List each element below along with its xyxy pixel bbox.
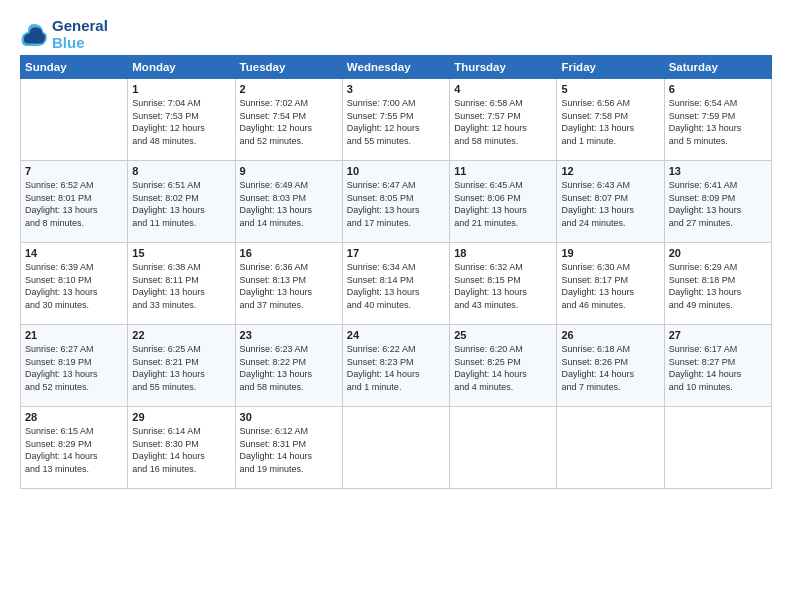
day-number: 21: [25, 329, 123, 341]
day-info: Sunrise: 6:25 AM Sunset: 8:21 PM Dayligh…: [132, 343, 230, 393]
calendar-cell: 4Sunrise: 6:58 AM Sunset: 7:57 PM Daylig…: [450, 79, 557, 161]
calendar-cell: 22Sunrise: 6:25 AM Sunset: 8:21 PM Dayli…: [128, 325, 235, 407]
calendar-cell: 14Sunrise: 6:39 AM Sunset: 8:10 PM Dayli…: [21, 243, 128, 325]
calendar-cell: 21Sunrise: 6:27 AM Sunset: 8:19 PM Dayli…: [21, 325, 128, 407]
calendar-cell: 3Sunrise: 7:00 AM Sunset: 7:55 PM Daylig…: [342, 79, 449, 161]
calendar-cell: 18Sunrise: 6:32 AM Sunset: 8:15 PM Dayli…: [450, 243, 557, 325]
day-number: 6: [669, 83, 767, 95]
day-info: Sunrise: 6:18 AM Sunset: 8:26 PM Dayligh…: [561, 343, 659, 393]
calendar-cell: 16Sunrise: 6:36 AM Sunset: 8:13 PM Dayli…: [235, 243, 342, 325]
calendar-cell: 1Sunrise: 7:04 AM Sunset: 7:53 PM Daylig…: [128, 79, 235, 161]
day-number: 13: [669, 165, 767, 177]
calendar-cell: 10Sunrise: 6:47 AM Sunset: 8:05 PM Dayli…: [342, 161, 449, 243]
calendar-week-1: 1Sunrise: 7:04 AM Sunset: 7:53 PM Daylig…: [21, 79, 772, 161]
calendar-cell: [664, 407, 771, 489]
calendar-cell: 23Sunrise: 6:23 AM Sunset: 8:22 PM Dayli…: [235, 325, 342, 407]
calendar-cell: 15Sunrise: 6:38 AM Sunset: 8:11 PM Dayli…: [128, 243, 235, 325]
day-number: 17: [347, 247, 445, 259]
calendar-cell: 13Sunrise: 6:41 AM Sunset: 8:09 PM Dayli…: [664, 161, 771, 243]
day-info: Sunrise: 6:36 AM Sunset: 8:13 PM Dayligh…: [240, 261, 338, 311]
day-info: Sunrise: 6:47 AM Sunset: 8:05 PM Dayligh…: [347, 179, 445, 229]
calendar-cell: 20Sunrise: 6:29 AM Sunset: 8:18 PM Dayli…: [664, 243, 771, 325]
day-info: Sunrise: 6:52 AM Sunset: 8:01 PM Dayligh…: [25, 179, 123, 229]
day-info: Sunrise: 6:30 AM Sunset: 8:17 PM Dayligh…: [561, 261, 659, 311]
day-info: Sunrise: 6:15 AM Sunset: 8:29 PM Dayligh…: [25, 425, 123, 475]
calendar-table: SundayMondayTuesdayWednesdayThursdayFrid…: [20, 55, 772, 489]
day-info: Sunrise: 7:00 AM Sunset: 7:55 PM Dayligh…: [347, 97, 445, 147]
calendar-cell: [21, 79, 128, 161]
calendar-week-5: 28Sunrise: 6:15 AM Sunset: 8:29 PM Dayli…: [21, 407, 772, 489]
day-info: Sunrise: 6:27 AM Sunset: 8:19 PM Dayligh…: [25, 343, 123, 393]
calendar-cell: 8Sunrise: 6:51 AM Sunset: 8:02 PM Daylig…: [128, 161, 235, 243]
day-info: Sunrise: 6:17 AM Sunset: 8:27 PM Dayligh…: [669, 343, 767, 393]
day-info: Sunrise: 6:56 AM Sunset: 7:58 PM Dayligh…: [561, 97, 659, 147]
calendar-cell: [342, 407, 449, 489]
calendar-cell: 7Sunrise: 6:52 AM Sunset: 8:01 PM Daylig…: [21, 161, 128, 243]
day-number: 28: [25, 411, 123, 423]
logo: General Blue: [20, 18, 108, 51]
calendar-week-2: 7Sunrise: 6:52 AM Sunset: 8:01 PM Daylig…: [21, 161, 772, 243]
day-info: Sunrise: 6:22 AM Sunset: 8:23 PM Dayligh…: [347, 343, 445, 393]
day-info: Sunrise: 6:12 AM Sunset: 8:31 PM Dayligh…: [240, 425, 338, 475]
calendar-cell: 19Sunrise: 6:30 AM Sunset: 8:17 PM Dayli…: [557, 243, 664, 325]
day-number: 16: [240, 247, 338, 259]
day-info: Sunrise: 6:14 AM Sunset: 8:30 PM Dayligh…: [132, 425, 230, 475]
calendar-header: SundayMondayTuesdayWednesdayThursdayFrid…: [21, 56, 772, 79]
day-info: Sunrise: 6:32 AM Sunset: 8:15 PM Dayligh…: [454, 261, 552, 311]
day-number: 1: [132, 83, 230, 95]
day-info: Sunrise: 6:43 AM Sunset: 8:07 PM Dayligh…: [561, 179, 659, 229]
day-info: Sunrise: 6:23 AM Sunset: 8:22 PM Dayligh…: [240, 343, 338, 393]
day-number: 7: [25, 165, 123, 177]
calendar-cell: 6Sunrise: 6:54 AM Sunset: 7:59 PM Daylig…: [664, 79, 771, 161]
day-number: 30: [240, 411, 338, 423]
day-number: 3: [347, 83, 445, 95]
day-info: Sunrise: 6:54 AM Sunset: 7:59 PM Dayligh…: [669, 97, 767, 147]
calendar-cell: 25Sunrise: 6:20 AM Sunset: 8:25 PM Dayli…: [450, 325, 557, 407]
calendar-cell: 5Sunrise: 6:56 AM Sunset: 7:58 PM Daylig…: [557, 79, 664, 161]
day-number: 2: [240, 83, 338, 95]
day-number: 10: [347, 165, 445, 177]
weekday-header-tuesday: Tuesday: [235, 56, 342, 79]
day-info: Sunrise: 6:45 AM Sunset: 8:06 PM Dayligh…: [454, 179, 552, 229]
day-number: 8: [132, 165, 230, 177]
calendar-cell: [557, 407, 664, 489]
day-number: 14: [25, 247, 123, 259]
weekday-header-friday: Friday: [557, 56, 664, 79]
calendar-body: 1Sunrise: 7:04 AM Sunset: 7:53 PM Daylig…: [21, 79, 772, 489]
day-number: 26: [561, 329, 659, 341]
day-info: Sunrise: 6:38 AM Sunset: 8:11 PM Dayligh…: [132, 261, 230, 311]
logo-icon: [20, 21, 48, 49]
day-info: Sunrise: 6:34 AM Sunset: 8:14 PM Dayligh…: [347, 261, 445, 311]
weekday-header-sunday: Sunday: [21, 56, 128, 79]
day-info: Sunrise: 6:20 AM Sunset: 8:25 PM Dayligh…: [454, 343, 552, 393]
calendar-cell: 24Sunrise: 6:22 AM Sunset: 8:23 PM Dayli…: [342, 325, 449, 407]
day-number: 15: [132, 247, 230, 259]
calendar-cell: 12Sunrise: 6:43 AM Sunset: 8:07 PM Dayli…: [557, 161, 664, 243]
calendar-cell: 26Sunrise: 6:18 AM Sunset: 8:26 PM Dayli…: [557, 325, 664, 407]
weekday-header-thursday: Thursday: [450, 56, 557, 79]
day-info: Sunrise: 7:02 AM Sunset: 7:54 PM Dayligh…: [240, 97, 338, 147]
day-number: 12: [561, 165, 659, 177]
calendar-cell: 30Sunrise: 6:12 AM Sunset: 8:31 PM Dayli…: [235, 407, 342, 489]
day-number: 27: [669, 329, 767, 341]
calendar-cell: [450, 407, 557, 489]
day-number: 20: [669, 247, 767, 259]
calendar-cell: 2Sunrise: 7:02 AM Sunset: 7:54 PM Daylig…: [235, 79, 342, 161]
page-container: General Blue SundayMondayTuesdayWednesda…: [0, 0, 792, 499]
day-info: Sunrise: 6:41 AM Sunset: 8:09 PM Dayligh…: [669, 179, 767, 229]
weekday-header-monday: Monday: [128, 56, 235, 79]
day-number: 24: [347, 329, 445, 341]
day-info: Sunrise: 6:29 AM Sunset: 8:18 PM Dayligh…: [669, 261, 767, 311]
day-info: Sunrise: 7:04 AM Sunset: 7:53 PM Dayligh…: [132, 97, 230, 147]
day-info: Sunrise: 6:58 AM Sunset: 7:57 PM Dayligh…: [454, 97, 552, 147]
calendar-week-3: 14Sunrise: 6:39 AM Sunset: 8:10 PM Dayli…: [21, 243, 772, 325]
calendar-cell: 11Sunrise: 6:45 AM Sunset: 8:06 PM Dayli…: [450, 161, 557, 243]
header: General Blue: [20, 18, 772, 51]
day-number: 23: [240, 329, 338, 341]
day-number: 4: [454, 83, 552, 95]
day-info: Sunrise: 6:51 AM Sunset: 8:02 PM Dayligh…: [132, 179, 230, 229]
day-number: 22: [132, 329, 230, 341]
day-number: 18: [454, 247, 552, 259]
day-info: Sunrise: 6:39 AM Sunset: 8:10 PM Dayligh…: [25, 261, 123, 311]
day-number: 5: [561, 83, 659, 95]
